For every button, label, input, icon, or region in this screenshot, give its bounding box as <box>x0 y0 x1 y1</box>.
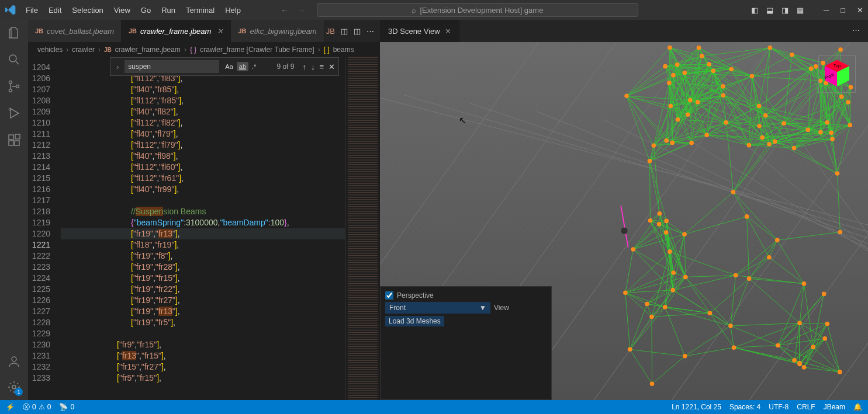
svg-point-679 <box>750 74 755 79</box>
nav-back-icon[interactable]: ← <box>281 6 288 15</box>
perspective-checkbox[interactable] <box>385 291 393 300</box>
svg-line-286 <box>652 356 685 384</box>
layout-grid-icon[interactable]: ▦ <box>797 6 804 15</box>
layout-bottom-icon[interactable]: ⬓ <box>766 6 773 15</box>
find-next-icon[interactable]: ↓ <box>311 62 315 71</box>
svg-point-648 <box>809 67 814 71</box>
minimap[interactable] <box>345 57 380 400</box>
source-control-icon[interactable] <box>7 79 21 93</box>
tab-covet_ballast-jbeam[interactable]: JBcovet_ballast.jbeam <box>28 20 122 42</box>
svg-line-251 <box>710 279 749 313</box>
menu-help[interactable]: Help <box>220 4 245 17</box>
view-select[interactable]: Front▼ <box>385 302 490 314</box>
ports-indicator[interactable]: 📡0 <box>59 403 74 411</box>
more-actions-icon[interactable]: ⋯ <box>366 27 374 36</box>
svg-point-621 <box>688 98 693 103</box>
svg-line-148 <box>777 232 841 240</box>
svg-point-663 <box>822 336 827 341</box>
tab-crawler_frame-jbeam[interactable]: JBcrawler_frame.jbeam✕ <box>122 20 231 42</box>
svg-point-670 <box>670 288 675 293</box>
find-selection-icon[interactable]: ≡ <box>319 62 324 71</box>
jb-icon: JB <box>238 27 246 34</box>
view-cube[interactable]: Top Front <box>817 54 857 95</box>
match-whole-word-icon[interactable]: ab <box>237 62 248 71</box>
svg-point-692 <box>707 62 711 67</box>
eol-status[interactable]: CRLF <box>797 403 815 411</box>
mouse-cursor-icon: ↖ <box>459 115 466 126</box>
cursor-position[interactable]: Ln 1221, Col 25 <box>672 403 721 411</box>
svg-line-69 <box>666 221 684 234</box>
3d-scene-viewport[interactable]: ↖ Top Front Perspective Front▼ View <box>380 42 868 400</box>
find-toggle-replace-icon[interactable]: › <box>114 62 121 71</box>
find-input[interactable] <box>125 60 219 73</box>
scene-tab[interactable]: 3D Scene View ✕ <box>380 20 459 42</box>
search-icon[interactable] <box>7 53 21 67</box>
find-prev-icon[interactable]: ↑ <box>302 62 306 71</box>
debug-icon[interactable] <box>7 106 21 120</box>
svg-point-637 <box>830 137 835 142</box>
more-actions-icon[interactable]: ⋯ <box>844 20 868 42</box>
menu-terminal[interactable]: Terminal <box>181 4 219 17</box>
maximize-icon[interactable]: □ <box>841 6 845 15</box>
account-icon[interactable] <box>7 354 21 368</box>
language-mode[interactable]: JBeam <box>824 403 845 411</box>
find-close-icon[interactable]: ✕ <box>328 62 335 71</box>
code-editor[interactable]: 1204120612071208120912101211121212131214… <box>28 57 380 400</box>
svg-point-645 <box>838 370 842 374</box>
svg-line-41 <box>625 293 630 349</box>
command-center[interactable]: ⌕ [Extension Development Host] game <box>317 3 638 17</box>
svg-point-697 <box>711 69 716 74</box>
breadcrumb-arr[interactable]: beams <box>333 46 354 54</box>
menu-edit[interactable]: Edit <box>44 4 66 17</box>
layout-right-icon[interactable]: ◨ <box>781 6 789 15</box>
notifications-icon[interactable]: 🔔 <box>853 403 862 411</box>
extensions-icon[interactable] <box>7 133 21 147</box>
svg-line-377 <box>684 217 747 234</box>
match-case-icon[interactable]: Aa <box>223 62 235 71</box>
load-meshes-button[interactable]: Load 3d Meshes <box>385 316 444 326</box>
split-right-icon[interactable]: ◫ <box>354 27 361 36</box>
svg-point-698 <box>700 54 704 58</box>
minimize-icon[interactable]: ─ <box>824 6 829 15</box>
code-content[interactable]: ["fl40","fl83"],["fl112","fl83"],["fl40"… <box>61 57 345 400</box>
svg-line-490 <box>673 290 731 326</box>
close-icon[interactable]: ✕ <box>217 27 223 36</box>
breadcrumb-file[interactable]: crawler_frame.jbeam <box>115 46 181 54</box>
nav-forward-icon[interactable]: → <box>298 6 305 15</box>
menu-selection[interactable]: Selection <box>67 4 108 17</box>
settings-gear-icon[interactable] <box>7 380 21 394</box>
menu-file[interactable]: File <box>21 4 43 17</box>
encoding-status[interactable]: UTF-8 <box>769 403 789 411</box>
problems-indicator[interactable]: ⓧ0 ⚠0 <box>23 402 51 412</box>
regex-icon[interactable]: .* <box>250 62 258 71</box>
breadcrumb-segment[interactable]: vehicles <box>37 46 63 54</box>
close-icon[interactable]: ✕ <box>857 6 863 15</box>
remote-indicator[interactable]: ⚡ <box>6 403 15 411</box>
tab-label: etkc_bigwing.jbeam <box>250 27 316 36</box>
menu-view[interactable]: View <box>109 4 135 17</box>
svg-line-86 <box>821 133 838 173</box>
svg-line-68 <box>650 221 666 221</box>
split-down-icon[interactable]: ◫ <box>341 27 348 36</box>
svg-line-352 <box>684 192 733 234</box>
svg-point-633 <box>805 127 810 132</box>
brace-icon: { } <box>190 46 196 54</box>
svg-point-9 <box>12 357 16 361</box>
breadcrumb-obj[interactable]: crawler_frame [Crawler Tube Frame] <box>200 46 314 54</box>
explorer-icon[interactable] <box>7 26 21 40</box>
svg-point-634 <box>838 230 843 235</box>
svg-point-620 <box>724 120 728 125</box>
breadcrumb-segment[interactable]: crawler <box>72 46 95 54</box>
close-icon[interactable]: ✕ <box>445 27 451 36</box>
breadcrumbs[interactable]: vehicles› crawler› JB crawler_frame.jbea… <box>28 42 380 57</box>
layout-left-icon[interactable]: ◧ <box>751 6 758 15</box>
svg-line-23 <box>736 137 868 287</box>
indentation-status[interactable]: Spaces: 4 <box>729 403 760 411</box>
tab-etkc_bigwing-jbeam[interactable]: JBetkc_bigwing.jbeam <box>231 20 324 42</box>
jb-icon: JB <box>326 27 335 36</box>
svg-line-151 <box>777 240 804 284</box>
menu-run[interactable]: Run <box>157 4 180 17</box>
svg-line-312 <box>665 307 685 356</box>
menu-go[interactable]: Go <box>136 4 155 17</box>
svg-line-393 <box>731 326 778 345</box>
